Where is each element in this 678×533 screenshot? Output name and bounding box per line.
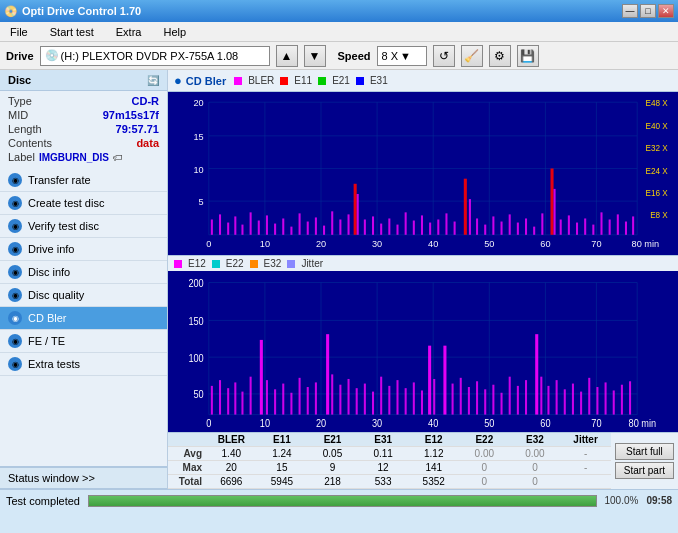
drive-label: Drive xyxy=(6,50,34,62)
svg-rect-132 xyxy=(331,375,333,415)
menu-file[interactable]: File xyxy=(4,24,34,40)
svg-rect-165 xyxy=(596,387,598,415)
svg-rect-41 xyxy=(266,215,268,234)
length-label: Length xyxy=(8,123,42,135)
svg-rect-40 xyxy=(258,221,260,235)
svg-rect-155 xyxy=(517,386,519,415)
time-display: 09:58 xyxy=(646,495,672,506)
stats-total-e31: 533 xyxy=(358,475,409,488)
maximize-button[interactable]: □ xyxy=(640,4,656,18)
stats-avg-e11: 1.24 xyxy=(257,447,308,460)
svg-rect-49 xyxy=(331,211,333,234)
svg-rect-53 xyxy=(357,194,359,235)
status-bar: Test completed 100.0% 09:58 xyxy=(0,489,678,511)
progress-bar xyxy=(88,495,597,507)
menu-help[interactable]: Help xyxy=(157,24,192,40)
svg-rect-57 xyxy=(388,218,390,234)
svg-rect-144 xyxy=(428,346,431,415)
stats-header-e31: E31 xyxy=(358,433,409,446)
stats-max-bler: 20 xyxy=(206,461,257,474)
stats-total-jitter xyxy=(560,481,611,483)
save-button[interactable]: 💾 xyxy=(517,45,539,67)
drive-down-button[interactable]: ▼ xyxy=(304,45,326,67)
stats-header-jitter: Jitter xyxy=(560,433,611,446)
svg-rect-35 xyxy=(219,214,221,234)
speed-label: Speed xyxy=(338,50,371,62)
menu-start-test[interactable]: Start test xyxy=(44,24,100,40)
speed-selector[interactable]: 8 X ▼ xyxy=(377,46,427,66)
svg-rect-118 xyxy=(219,380,221,414)
svg-rect-62 xyxy=(429,223,431,235)
stats-max-e21: 9 xyxy=(307,461,358,474)
svg-rect-117 xyxy=(211,386,213,415)
nav-create-test[interactable]: ◉ Create test disc xyxy=(0,192,167,215)
svg-rect-60 xyxy=(413,221,415,235)
menu-extra[interactable]: Extra xyxy=(110,24,148,40)
stats-total-e21: 218 xyxy=(307,475,358,488)
nav-fe-te[interactable]: ◉ FE / TE xyxy=(0,330,167,353)
svg-text:70: 70 xyxy=(591,239,601,249)
nav-label-fe-te: FE / TE xyxy=(28,335,65,347)
nav-disc-quality[interactable]: ◉ Disc quality xyxy=(0,284,167,307)
stats-max-e12: 141 xyxy=(408,461,459,474)
stats-max-row: Max 20 15 9 12 141 0 0 - xyxy=(168,461,611,475)
svg-rect-36 xyxy=(227,223,229,235)
length-value: 79:57.71 xyxy=(116,123,159,135)
legend-jitter-label: Jitter xyxy=(301,258,323,269)
svg-rect-125 xyxy=(274,389,276,414)
action-button[interactable]: ⚙ xyxy=(489,45,511,67)
top-chart: 20 15 10 5 0 10 20 30 40 50 60 70 80 min xyxy=(168,92,678,255)
type-label: Type xyxy=(8,95,32,107)
svg-rect-119 xyxy=(227,388,229,414)
nav-extra-tests[interactable]: ◉ Extra tests xyxy=(0,353,167,376)
nav-drive-info[interactable]: ◉ Drive info xyxy=(0,238,167,261)
svg-rect-47 xyxy=(315,217,317,234)
close-button[interactable]: ✕ xyxy=(658,4,674,18)
svg-rect-134 xyxy=(348,379,350,415)
svg-text:80 min: 80 min xyxy=(632,239,659,249)
bottom-chart: 200 150 100 50 0 10 20 30 40 50 60 70 80… xyxy=(168,271,678,432)
label-edit-button[interactable]: 🏷 xyxy=(113,152,123,163)
disc-refresh-button[interactable]: 🔄 xyxy=(147,75,159,86)
svg-text:E48 X: E48 X xyxy=(646,99,669,108)
svg-text:30: 30 xyxy=(372,418,383,430)
nav-disc-info[interactable]: ◉ Disc info xyxy=(0,261,167,284)
stats-avg-e22: 0.00 xyxy=(459,447,510,460)
legend-e11-label: E11 xyxy=(294,75,312,86)
nav-label-transfer: Transfer rate xyxy=(28,174,91,186)
svg-rect-64 xyxy=(445,213,447,234)
stats-total-label: Total xyxy=(168,475,206,488)
start-part-button[interactable]: Start part xyxy=(615,462,674,479)
refresh-button[interactable]: ↺ xyxy=(433,45,455,67)
nav-cd-bler[interactable]: ◉ CD Bler xyxy=(0,307,167,330)
nav-icon-transfer: ◉ xyxy=(8,173,22,187)
drive-value: (H:) PLEXTOR DVDR PX-755A 1.08 xyxy=(61,50,239,62)
svg-rect-59 xyxy=(405,212,407,234)
drive-selector[interactable]: 💿 (H:) PLEXTOR DVDR PX-755A 1.08 xyxy=(40,46,270,66)
svg-rect-163 xyxy=(580,392,582,415)
erase-button[interactable]: 🧹 xyxy=(461,45,483,67)
stats-max-e11: 15 xyxy=(257,461,308,474)
nav-label-drive: Drive info xyxy=(28,243,74,255)
stats-avg-e12: 1.12 xyxy=(408,447,459,460)
status-window-button[interactable]: Status window >> xyxy=(0,467,167,489)
nav-transfer-rate[interactable]: ◉ Transfer rate xyxy=(0,169,167,192)
svg-rect-157 xyxy=(535,334,538,414)
svg-text:0: 0 xyxy=(206,239,211,249)
svg-text:70: 70 xyxy=(591,418,602,430)
stats-total-e11: 5945 xyxy=(257,475,308,488)
svg-rect-50 xyxy=(339,219,341,234)
minimize-button[interactable]: — xyxy=(622,4,638,18)
svg-rect-153 xyxy=(501,393,503,415)
nav-verify-test[interactable]: ◉ Verify test disc xyxy=(0,215,167,238)
svg-rect-154 xyxy=(509,377,511,415)
svg-text:E32 X: E32 X xyxy=(646,144,669,153)
svg-text:20: 20 xyxy=(316,239,326,249)
svg-rect-51 xyxy=(348,214,350,234)
svg-rect-43 xyxy=(282,218,284,234)
start-full-button[interactable]: Start full xyxy=(615,443,674,460)
status-window-label: Status window >> xyxy=(8,472,95,484)
speed-value: 8 X xyxy=(382,50,399,62)
drive-up-button[interactable]: ▲ xyxy=(276,45,298,67)
svg-rect-121 xyxy=(241,392,243,415)
